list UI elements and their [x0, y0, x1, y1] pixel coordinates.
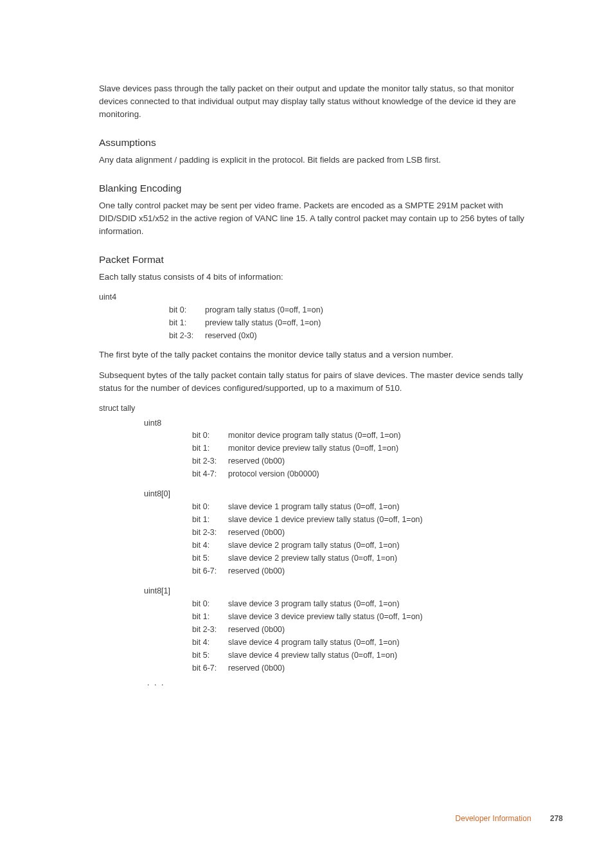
packet-mid-para-2: Subsequent bytes of the tally packet con… — [99, 369, 542, 395]
struct-type: uint8[0] — [144, 488, 192, 500]
bit-val: reserved (0b00) — [228, 565, 542, 577]
footer-section: Developer Information — [456, 814, 531, 823]
bit-val: program tally status (0=off, 1=on) — [205, 303, 542, 316]
bit-key: bit 0: — [192, 500, 228, 513]
bit-row: bit 0:slave device 1 program tally statu… — [192, 500, 542, 513]
bit-row: bit 5:slave device 4 preview tally statu… — [192, 649, 542, 662]
bit-val: slave device 3 program tally status (0=o… — [228, 597, 542, 610]
bit-key: bit 2-3: — [192, 623, 228, 636]
bit-row: bit 2-3:reserved (0b00) — [192, 455, 542, 467]
bit-row: bit 2-3:reserved (0x0) — [169, 329, 542, 342]
footer-page-number: 278 — [550, 814, 563, 823]
bit-key: bit 2-3: — [169, 329, 205, 342]
bit-key: bit 2-3: — [192, 455, 228, 467]
bit-val: monitor device program tally status (0=o… — [228, 429, 542, 442]
bit-key: bit 1: — [192, 442, 228, 455]
bit-key: bit 1: — [192, 513, 228, 526]
bit-val: reserved (0b00) — [228, 455, 542, 467]
bit-val: slave device 1 device preview tally stat… — [228, 513, 542, 526]
bit-val: slave device 4 preview tally status (0=o… — [228, 649, 542, 662]
blanking-paragraph: One tally control packet may be sent per… — [99, 199, 542, 238]
bit-row: bit 6-7:reserved (0b00) — [192, 565, 542, 577]
bit-key: bit 1: — [169, 316, 205, 329]
bit-row: bit 1:preview tally status (0=off, 1=on) — [169, 316, 542, 329]
bit-row: bit 1:slave device 1 device preview tall… — [192, 513, 542, 526]
bit-key: bit 6-7: — [192, 565, 228, 577]
bit-key: bit 5: — [192, 552, 228, 565]
bit-row: bit 2-3:reserved (0b00) — [192, 526, 542, 539]
bit-key: bit 2-3: — [192, 526, 228, 539]
bit-val: slave device 4 program tally status (0=o… — [228, 636, 542, 649]
struct-type: uint8[1] — [144, 585, 192, 597]
page-footer: Developer Information 278 — [456, 813, 563, 824]
bit-row: bit 5:slave device 2 preview tally statu… — [192, 552, 542, 565]
bit-key: bit 0: — [192, 597, 228, 610]
uint8-1-bits-table: bit 0:slave device 3 program tally statu… — [192, 597, 542, 674]
bit-key: bit 5: — [192, 649, 228, 662]
bit-key: bit 0: — [192, 429, 228, 442]
heading-assumptions: Assumptions — [99, 135, 542, 150]
bit-key: bit 4: — [192, 636, 228, 649]
bit-key: bit 4: — [192, 539, 228, 552]
bit-row: bit 6-7:reserved (0b00) — [192, 662, 542, 674]
bit-row: bit 0:slave device 3 program tally statu… — [192, 597, 542, 610]
bit-val: slave device 2 preview tally status (0=o… — [228, 552, 542, 565]
struct-tally-label: struct tally — [99, 402, 542, 415]
bit-row: bit 4:slave device 4 program tally statu… — [192, 636, 542, 649]
bit-key: bit 0: — [169, 303, 205, 316]
bit-val: reserved (0b00) — [228, 623, 542, 636]
packet-mid-para-1: The first byte of the tally packet conta… — [99, 348, 542, 361]
heading-packet-format: Packet Format — [99, 252, 542, 267]
struct-type: uint8 — [144, 417, 192, 429]
intro-paragraph: Slave devices pass through the tally pac… — [99, 82, 542, 121]
assumptions-paragraph: Any data alignment / padding is explicit… — [99, 154, 542, 167]
bit-val: slave device 3 device preview tally stat… — [228, 610, 542, 623]
bit-val: slave device 1 program tally status (0=o… — [228, 500, 542, 513]
bit-row: bit 0:program tally status (0=off, 1=on) — [169, 303, 542, 316]
bit-val: protocol version (0b0000) — [228, 467, 542, 480]
bit-val: reserved (0b00) — [228, 662, 542, 674]
bit-val: reserved (0b00) — [228, 526, 542, 539]
bit-val: slave device 2 program tally status (0=o… — [228, 539, 542, 552]
struct-row-uint8-1: uint8[1] — [99, 585, 542, 597]
bit-key: bit 6-7: — [192, 662, 228, 674]
bit-row: bit 1:slave device 3 device preview tall… — [192, 610, 542, 623]
bit-row: bit 4-7:protocol version (0b0000) — [192, 467, 542, 480]
uint4-block: uint4 — [99, 291, 542, 303]
ellipsis: . . . — [147, 677, 542, 689]
uint8-bits-table: bit 0:monitor device program tally statu… — [192, 429, 542, 480]
packet-intro-paragraph: Each tally status consists of 4 bits of … — [99, 271, 542, 284]
heading-blanking-encoding: Blanking Encoding — [99, 181, 542, 195]
bit-key: bit 4-7: — [192, 467, 228, 480]
uint4-bits-table: bit 0:program tally status (0=off, 1=on)… — [169, 303, 542, 342]
uint4-label: uint4 — [99, 291, 144, 303]
bit-row: bit 4:slave device 2 program tally statu… — [192, 539, 542, 552]
bit-row: bit 1:monitor device preview tally statu… — [192, 442, 542, 455]
bit-val: reserved (0x0) — [205, 329, 542, 342]
bit-key: bit 1: — [192, 610, 228, 623]
bit-val: monitor device preview tally status (0=o… — [228, 442, 542, 455]
page: Slave devices pass through the tally pac… — [0, 0, 613, 868]
struct-row-uint8: uint8 — [99, 417, 542, 429]
bit-row: bit 0:monitor device program tally statu… — [192, 429, 542, 442]
uint8-0-bits-table: bit 0:slave device 1 program tally statu… — [192, 500, 542, 577]
bit-row: bit 2-3:reserved (0b00) — [192, 623, 542, 636]
bit-val: preview tally status (0=off, 1=on) — [205, 316, 542, 329]
struct-row-uint8-0: uint8[0] — [99, 488, 542, 500]
